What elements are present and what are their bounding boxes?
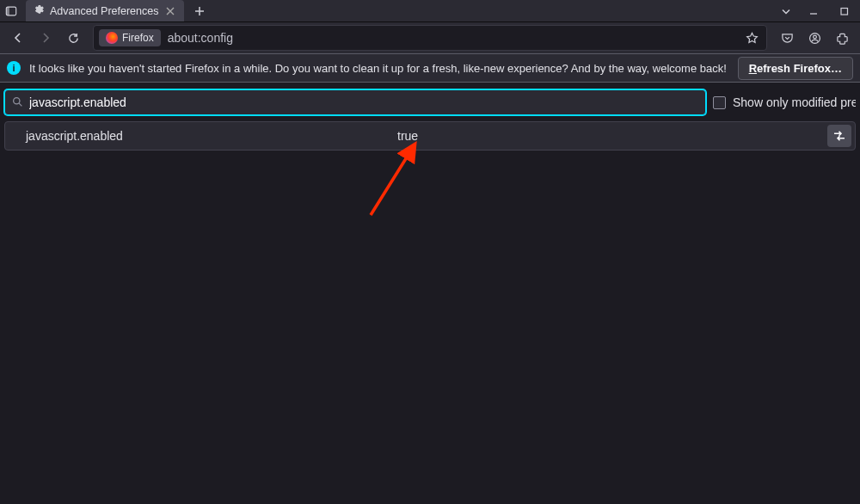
svg-point-4 <box>813 35 816 39</box>
titlebar: Advanced Preferences <box>0 0 860 22</box>
nav-toolbar: Firefox about:config <box>0 22 860 53</box>
preference-value: true <box>397 129 827 143</box>
identity-box[interactable]: Firefox <box>99 29 161 46</box>
show-only-modified-checkbox[interactable]: Show only modified preferences <box>713 95 856 109</box>
config-search-input[interactable] <box>29 95 698 109</box>
svg-point-5 <box>14 98 20 104</box>
svg-line-7 <box>371 146 414 215</box>
url-text[interactable]: about:config <box>164 31 740 45</box>
maximize-button[interactable] <box>829 0 860 22</box>
browser-tab-active[interactable]: Advanced Preferences <box>26 0 184 22</box>
bookmark-star-icon[interactable] <box>740 27 763 49</box>
forward-button[interactable] <box>33 25 58 51</box>
save-to-pocket-icon[interactable] <box>774 25 800 51</box>
notification-message: It looks like you haven't started Firefo… <box>29 62 729 75</box>
tab-title: Advanced Preferences <box>50 5 158 17</box>
preference-name: javascript.enabled <box>5 129 397 143</box>
reload-button[interactable] <box>60 25 86 51</box>
toggle-preference-button[interactable] <box>827 125 851 147</box>
svg-rect-2 <box>841 8 848 15</box>
notification-bar: i It looks like you haven't started Fire… <box>0 53 860 83</box>
list-all-tabs-left-icon[interactable] <box>0 0 22 22</box>
config-search-row: Show only modified preferences <box>0 83 860 120</box>
svg-rect-1 <box>6 7 9 15</box>
firefox-icon <box>106 32 118 44</box>
checkbox-box[interactable] <box>713 96 726 109</box>
window-controls <box>798 0 860 22</box>
tab-strip: Advanced Preferences <box>0 0 774 22</box>
info-icon: i <box>7 61 21 75</box>
close-tab-button[interactable] <box>163 4 177 18</box>
annotation-arrow <box>366 139 426 221</box>
search-icon <box>12 96 24 108</box>
new-tab-button[interactable] <box>189 1 210 22</box>
account-icon[interactable] <box>802 25 827 51</box>
url-bar[interactable]: Firefox about:config <box>93 25 767 51</box>
refresh-firefox-button[interactable]: Refresh Firefox… <box>738 57 853 80</box>
minimize-button[interactable] <box>798 0 829 22</box>
gear-icon <box>33 5 45 17</box>
extensions-icon[interactable] <box>829 25 855 51</box>
preference-row[interactable]: javascript.enabled true <box>4 121 856 151</box>
checkbox-label: Show only modified preferences <box>733 95 856 109</box>
identity-label: Firefox <box>122 32 154 44</box>
back-button[interactable] <box>5 25 31 51</box>
all-tabs-chevron-icon[interactable] <box>774 0 798 22</box>
config-search-box[interactable] <box>4 89 706 115</box>
